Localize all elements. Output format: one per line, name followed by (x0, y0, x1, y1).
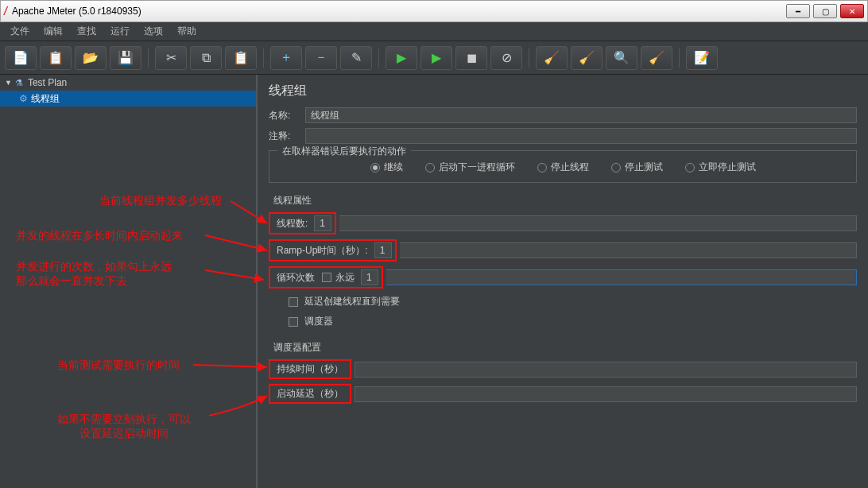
rampup-label: Ramp-Up时间（秒）: (273, 244, 371, 258)
close-button[interactable]: ✕ (840, 4, 864, 18)
menu-options[interactable]: 选项 (137, 25, 170, 38)
expand-icon[interactable]: ▼ (5, 79, 12, 87)
cut-icon[interactable]: ✂ (155, 46, 187, 70)
config-panel: 线程组 名称: 注释: 在取样器错误后要执行的动作 继续 启动下一进程循环 停止… (258, 75, 868, 488)
window-title: Apache JMeter (5.0 r1840935) (12, 6, 141, 17)
loop-input[interactable] (361, 269, 378, 285)
radio-continue[interactable]: 继续 (370, 161, 403, 174)
plus-icon[interactable]: ＋ (270, 46, 302, 70)
paste-icon[interactable]: 📋 (225, 46, 257, 70)
forever-label: 永远 (335, 271, 355, 285)
tree-threadgroup[interactable]: ⚙ 线程组 (0, 91, 256, 107)
error-group-title: 在取样器错误后要执行的动作 (277, 145, 411, 158)
main-area: ▼ ⚗ Test Plan ⚙ 线程组 线程组 名称: 注释: 在取样器错误后要… (0, 75, 868, 488)
save-icon[interactable]: 💾 (110, 46, 141, 70)
comment-label: 注释: (269, 130, 305, 143)
scheduler-checkbox[interactable] (289, 317, 298, 327)
clear-all-icon[interactable]: 🧹 (571, 46, 603, 70)
rampup-row: Ramp-Up时间（秒）: (269, 239, 857, 261)
rampup-input-ext[interactable] (400, 242, 857, 258)
minimize-button[interactable]: ━ (786, 4, 810, 18)
forever-checkbox[interactable] (322, 273, 331, 282)
title-bar: / Apache JMeter (5.0 r1840935) ━ ▢ ✕ (0, 0, 868, 22)
comment-input[interactable] (305, 128, 857, 144)
thread-props-label: 线程属性 (269, 194, 857, 207)
menu-file[interactable]: 文件 (3, 25, 37, 38)
new-icon[interactable]: 📄 (5, 46, 37, 70)
loop-label: 循环次数 (273, 271, 318, 285)
tree-child-label: 线程组 (31, 92, 60, 106)
toggle-icon[interactable]: ✎ (340, 46, 372, 70)
scheduler-row: 调度器 (269, 315, 857, 328)
function-helper-icon[interactable]: 📝 (686, 46, 718, 70)
tree-panel: ▼ ⚗ Test Plan ⚙ 线程组 (0, 75, 258, 488)
startup-delay-input[interactable] (355, 386, 857, 402)
panel-title: 线程组 (269, 83, 857, 99)
num-threads-row: 线程数: (269, 212, 857, 234)
num-threads-label: 线程数: (273, 217, 311, 230)
radio-stopthread[interactable]: 停止线程 (537, 161, 589, 174)
testplan-icon: ⚗ (15, 78, 23, 88)
startup-delay-row: 启动延迟（秒） (269, 384, 857, 404)
start-notimers-icon[interactable]: ▶ (420, 46, 452, 70)
name-label: 名称: (269, 109, 305, 122)
copy-icon[interactable]: ⧉ (190, 46, 222, 70)
duration-label: 持续时间（秒） (273, 362, 347, 376)
tree-root[interactable]: ▼ ⚗ Test Plan (0, 75, 256, 91)
error-action-group: 在取样器错误后要执行的动作 继续 启动下一进程循环 停止线程 停止测试 立即停止… (269, 150, 857, 183)
stop-icon[interactable]: ◼ (455, 46, 487, 70)
menu-help[interactable]: 帮助 (170, 25, 203, 38)
num-threads-input[interactable] (314, 215, 331, 231)
duration-input[interactable] (355, 362, 857, 378)
minus-icon[interactable]: － (305, 46, 337, 70)
start-icon[interactable]: ▶ (386, 46, 417, 70)
radio-nextloop[interactable]: 启动下一进程循环 (425, 161, 515, 174)
delay-create-row: 延迟创建线程直到需要 (269, 295, 857, 308)
duration-row: 持续时间（秒） (269, 359, 857, 379)
open-icon[interactable]: 📂 (75, 46, 107, 70)
shutdown-icon[interactable]: ⊘ (490, 46, 522, 70)
menu-edit[interactable]: 编辑 (37, 25, 70, 38)
maximize-button[interactable]: ▢ (813, 4, 837, 18)
templates-icon[interactable]: 📋 (40, 46, 72, 70)
name-input[interactable] (305, 107, 857, 123)
menu-search[interactable]: 查找 (70, 25, 103, 38)
toolbar: 📄 📋 📂 💾 ✂ ⧉ 📋 ＋ － ✎ ▶ ▶ ◼ ⊘ 🧹 🧹 🔍 🧹 📝 (0, 41, 868, 75)
startup-delay-label: 启动延迟（秒） (273, 387, 347, 401)
delay-create-label: 延迟创建线程直到需要 (304, 296, 400, 307)
num-threads-input-ext[interactable] (339, 215, 857, 231)
clear-icon[interactable]: 🧹 (536, 46, 568, 70)
radio-stopnow[interactable]: 立即停止测试 (685, 161, 756, 174)
loop-input-ext[interactable] (386, 269, 857, 285)
scheduler-label: 调度器 (304, 316, 333, 327)
loop-row: 循环次数 永远 (269, 266, 857, 289)
reset-search-icon[interactable]: 🧹 (641, 46, 672, 70)
gear-icon: ⚙ (19, 93, 28, 104)
search-icon[interactable]: 🔍 (606, 46, 637, 70)
radio-stoptest[interactable]: 停止测试 (611, 161, 663, 174)
menu-run[interactable]: 运行 (103, 25, 137, 38)
sched-config-label: 调度器配置 (269, 341, 857, 354)
menu-bar: 文件 编辑 查找 运行 选项 帮助 (0, 22, 868, 41)
rampup-input[interactable] (374, 242, 392, 258)
tree-root-label: Test Plan (28, 77, 67, 88)
app-icon: / (4, 5, 7, 17)
delay-create-checkbox[interactable] (289, 297, 298, 307)
